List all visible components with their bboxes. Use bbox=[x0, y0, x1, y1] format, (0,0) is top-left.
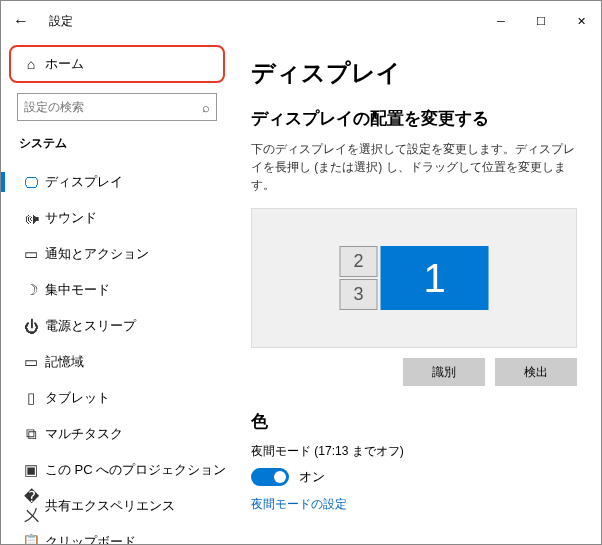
monitors-group: 2 3 1 bbox=[340, 246, 489, 310]
sidebar-item-label: マルチタスク bbox=[45, 425, 123, 443]
sidebar: ⌂ ホーム ⌕ システム 🖵 ディスプレイ 🕪 サウンド ▭ 通知とアクション bbox=[1, 41, 241, 544]
monitor-3[interactable]: 3 bbox=[340, 279, 378, 310]
arrangement-buttons: 識別 検出 bbox=[251, 358, 577, 386]
category-heading: システム bbox=[19, 135, 215, 152]
notifications-icon: ▭ bbox=[17, 245, 45, 263]
projection-icon: ▣ bbox=[17, 461, 45, 479]
focus-icon: ☽ bbox=[17, 281, 45, 299]
night-mode-row: オン bbox=[251, 468, 577, 486]
home-button[interactable]: ⌂ ホーム bbox=[9, 45, 225, 83]
color-heading: 色 bbox=[251, 410, 577, 433]
sidebar-item-label: 通知とアクション bbox=[45, 245, 149, 263]
monitor-2[interactable]: 2 bbox=[340, 246, 378, 277]
sidebar-item-storage[interactable]: ▭ 記憶域 bbox=[1, 344, 233, 380]
toggle-state-label: オン bbox=[299, 468, 325, 486]
sidebar-item-clipboard[interactable]: 📋 クリップボード bbox=[1, 524, 233, 544]
multitask-icon: ⧉ bbox=[17, 425, 45, 443]
power-icon: ⏻ bbox=[17, 318, 45, 335]
night-mode-toggle[interactable] bbox=[251, 468, 289, 486]
search-box[interactable]: ⌕ bbox=[17, 93, 217, 121]
sidebar-item-focus[interactable]: ☽ 集中モード bbox=[1, 272, 233, 308]
sidebar-item-label: この PC へのプロジェクション bbox=[45, 461, 226, 479]
window-title: 設定 bbox=[41, 13, 481, 30]
monitor-1[interactable]: 1 bbox=[381, 246, 489, 310]
sidebar-item-label: クリップボード bbox=[45, 533, 136, 544]
settings-window: ← 設定 ─ ☐ ✕ ⌂ ホーム ⌕ システム 🖵 ディスプレイ 🕪 bbox=[0, 0, 602, 545]
sidebar-item-notifications[interactable]: ▭ 通知とアクション bbox=[1, 236, 233, 272]
close-button[interactable]: ✕ bbox=[561, 5, 601, 37]
hd-color-heading: Windows HD Color bbox=[251, 543, 577, 544]
content: ディスプレイ ディスプレイの配置を変更する 下のディスプレイを選択して設定を変更… bbox=[241, 41, 601, 544]
sidebar-item-power[interactable]: ⏻ 電源とスリープ bbox=[1, 308, 233, 344]
sidebar-item-label: 記憶域 bbox=[45, 353, 84, 371]
window-body: ⌂ ホーム ⌕ システム 🖵 ディスプレイ 🕪 サウンド ▭ 通知とアクション bbox=[1, 41, 601, 544]
shared-icon: �㐅 bbox=[17, 488, 45, 525]
identify-button[interactable]: 識別 bbox=[403, 358, 485, 386]
back-button[interactable]: ← bbox=[1, 12, 41, 30]
sidebar-item-multitask[interactable]: ⧉ マルチタスク bbox=[1, 416, 233, 452]
storage-icon: ▭ bbox=[17, 353, 45, 371]
display-icon: 🖵 bbox=[17, 174, 45, 191]
window-controls: ─ ☐ ✕ bbox=[481, 5, 601, 37]
maximize-button[interactable]: ☐ bbox=[521, 5, 561, 37]
sidebar-item-tablet[interactable]: ▯ タブレット bbox=[1, 380, 233, 416]
clipboard-icon: 📋 bbox=[17, 533, 45, 544]
page-title: ディスプレイ bbox=[251, 57, 577, 89]
sidebar-item-label: 電源とスリープ bbox=[45, 317, 136, 335]
title-bar: ← 設定 ─ ☐ ✕ bbox=[1, 1, 601, 41]
sidebar-item-projection[interactable]: ▣ この PC へのプロジェクション bbox=[1, 452, 233, 488]
home-icon: ⌂ bbox=[17, 56, 45, 72]
tablet-icon: ▯ bbox=[17, 389, 45, 407]
sound-icon: 🕪 bbox=[17, 210, 45, 227]
search-input[interactable] bbox=[24, 100, 202, 114]
sidebar-item-sound[interactable]: 🕪 サウンド bbox=[1, 200, 233, 236]
arrange-description: 下のディスプレイを選択して設定を変更します。ディスプレイを長押し (または選択)… bbox=[251, 140, 577, 194]
minimize-button[interactable]: ─ bbox=[481, 5, 521, 37]
sidebar-item-display[interactable]: 🖵 ディスプレイ bbox=[1, 164, 233, 200]
sidebar-item-label: サウンド bbox=[45, 209, 97, 227]
night-mode-label: 夜間モード (17:13 までオフ) bbox=[251, 443, 577, 460]
arrange-heading: ディスプレイの配置を変更する bbox=[251, 107, 577, 130]
display-arrangement[interactable]: 2 3 1 bbox=[251, 208, 577, 348]
sidebar-item-label: ディスプレイ bbox=[45, 173, 123, 191]
search-icon: ⌕ bbox=[202, 100, 210, 115]
sidebar-item-shared[interactable]: �㐅 共有エクスペリエンス bbox=[1, 488, 233, 524]
sidebar-item-label: タブレット bbox=[45, 389, 110, 407]
night-mode-settings-link[interactable]: 夜間モードの設定 bbox=[251, 496, 347, 513]
sidebar-item-label: 共有エクスペリエンス bbox=[45, 497, 175, 515]
sidebar-item-label: 集中モード bbox=[45, 281, 110, 299]
home-label: ホーム bbox=[45, 55, 84, 73]
detect-button[interactable]: 検出 bbox=[495, 358, 577, 386]
